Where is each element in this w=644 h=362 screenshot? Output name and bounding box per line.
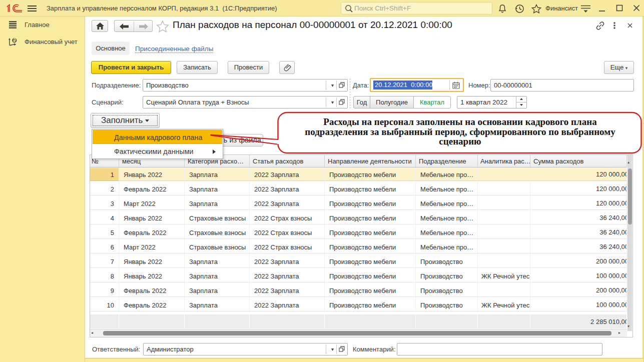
svg-text:₽: ₽ xyxy=(13,38,16,43)
